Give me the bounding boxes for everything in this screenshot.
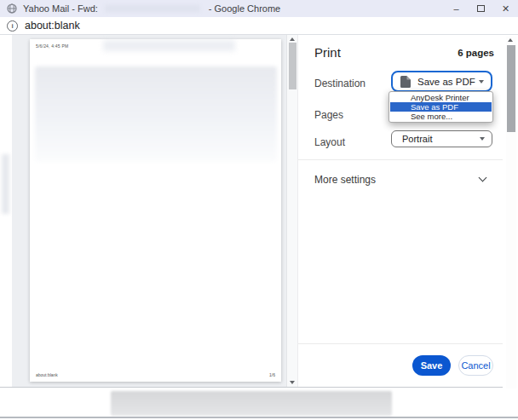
minimize-button[interactable]: – bbox=[444, 0, 469, 17]
layout-label: Layout bbox=[314, 136, 345, 148]
chevron-down-icon bbox=[479, 174, 487, 182]
cancel-button[interactable]: Cancel bbox=[458, 355, 493, 376]
preview-scrollbar-thumb[interactable] bbox=[289, 43, 296, 89]
destination-select[interactable]: Save as PDF bbox=[391, 71, 492, 92]
url-text[interactable]: about:blank bbox=[25, 20, 80, 32]
dialog-footer: Save Cancel bbox=[298, 343, 504, 387]
globe-favicon-icon bbox=[7, 3, 17, 14]
window-scrollbar-thumb[interactable] bbox=[507, 45, 515, 132]
page-underlay-bottom bbox=[0, 388, 518, 417]
dropdown-item-2[interactable]: See more... bbox=[390, 112, 492, 121]
redacted-email-content bbox=[35, 66, 277, 162]
pages-count: 6 pages bbox=[458, 48, 494, 58]
print-settings-panel: Print 6 pages Destination Save as PDF An… bbox=[297, 35, 503, 387]
preview-scrollbar[interactable] bbox=[286, 35, 297, 387]
window-title: Yahoo Mail - Fwd: bbox=[23, 3, 98, 14]
destination-value: Save as PDF bbox=[417, 77, 475, 87]
redacted-page-content bbox=[111, 391, 392, 416]
print-dialog: 5/6/24, 4:45 PM about:blank 1/6 Print 6 … bbox=[0, 35, 503, 388]
pages-label: Pages bbox=[314, 109, 343, 121]
preview-footer-url: about:blank bbox=[36, 372, 58, 377]
window-title-app: - Google Chrome bbox=[209, 3, 280, 14]
redacted-title-text bbox=[105, 5, 200, 12]
maximize-icon bbox=[477, 5, 485, 12]
window-titlebar: Yahoo Mail - Fwd: - Google Chrome – ✕ bbox=[0, 0, 518, 17]
page-underlay-left bbox=[0, 35, 12, 387]
redacted-subject-line bbox=[103, 40, 235, 51]
destination-label: Destination bbox=[314, 78, 365, 89]
layout-value: Portrait bbox=[402, 134, 432, 144]
preview-footer-page-number: 1/6 bbox=[269, 372, 275, 377]
maximize-button[interactable] bbox=[469, 0, 493, 17]
caret-down-icon bbox=[480, 137, 485, 141]
save-button[interactable]: Save bbox=[412, 355, 451, 376]
dropdown-item-0[interactable]: AnyDesk Printer bbox=[390, 93, 492, 102]
divider bbox=[298, 159, 504, 160]
destination-dropdown-menu: AnyDesk Printer Save as PDF See more... bbox=[388, 91, 493, 123]
scroll-down-icon[interactable] bbox=[290, 381, 295, 384]
redacted-page-content bbox=[2, 154, 9, 214]
layout-select[interactable]: Portrait bbox=[391, 130, 492, 147]
page-bottom-edge bbox=[0, 417, 518, 418]
caret-down-icon bbox=[479, 80, 484, 83]
close-button[interactable]: ✕ bbox=[493, 0, 518, 17]
pdf-document-icon bbox=[400, 76, 411, 88]
dropdown-item-1[interactable]: Save as PDF bbox=[390, 102, 492, 112]
print-preview-page: 5/6/24, 4:45 PM about:blank 1/6 bbox=[30, 39, 281, 382]
dialog-title: Print bbox=[314, 45, 341, 60]
address-bar[interactable]: i about:blank bbox=[0, 17, 518, 35]
preview-header-datetime: 5/6/24, 4:45 PM bbox=[36, 43, 68, 49]
window-scrollbar[interactable] bbox=[506, 37, 516, 412]
more-settings-row[interactable]: More settings bbox=[298, 167, 504, 193]
more-settings-label: More settings bbox=[314, 174, 376, 186]
scroll-up-icon[interactable] bbox=[290, 37, 295, 41]
scroll-up-icon[interactable] bbox=[508, 38, 513, 42]
info-icon[interactable]: i bbox=[7, 20, 18, 32]
window-controls: – ✕ bbox=[444, 0, 518, 17]
